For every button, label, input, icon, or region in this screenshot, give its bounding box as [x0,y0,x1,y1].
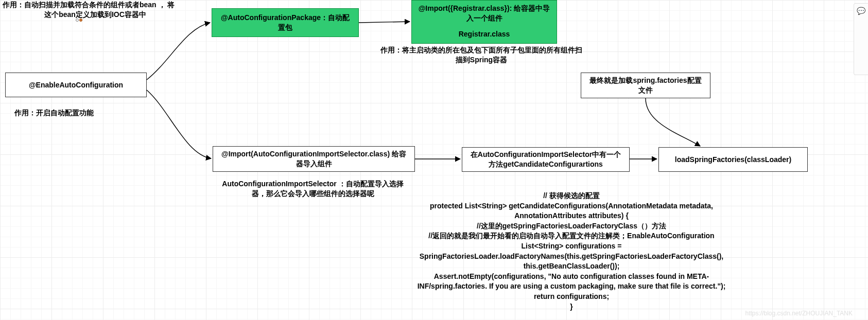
node-reg[interactable]: @Import({Registrar.class}): 给容器中导入一个组件 R… [411,0,557,44]
watermark: https://blog.csdn.net/ZHOUJIAN_TANK [745,310,853,317]
node-enable-label: @EnableAutoConfiguration [29,80,123,90]
code-l1: // 获得候选的配置 [396,191,747,201]
node-enable[interactable]: @EnableAutoConfiguration [5,73,147,97]
node-cand-label: 在AutoConfigurationImportSelector中有一个方法ge… [467,150,624,169]
node-load[interactable]: loadSpringFactories(classLoader) [658,147,808,172]
code-l7: SpringFactoriesLoader.loadFactoryNames(t… [396,252,747,262]
node-reg-line1: @Import({Registrar.class}): 给容器中导入一个组件 [417,4,551,23]
node-load-label: loadSpringFactories(classLoader) [675,155,791,165]
node-imp-caption: AutoConfigurationImportSelector ：自动配置导入选… [216,179,409,199]
code-l2: protected List<String> getCandidateConfi… [396,201,747,211]
code-l10: INF/spring.factories. If you are using a… [396,281,747,292]
code-block: // 获得候选的配置 protected List<String> getCan… [396,191,747,312]
code-l9: Assert.notEmpty(configurations, "No auto… [396,272,747,282]
top-note: 作用：自动扫描并加载符合条件的组件或者bean ， 将 这个bean定义加载到I… [3,0,188,20]
code-l11: return configurations; [396,292,747,302]
node-load-caption-box: 最终就是加载spring.factories配置文件 [581,73,710,98]
node-pkg-label: @AutoConfigurationPackage：自动配置包 [217,13,353,32]
node-pkg[interactable]: @AutoConfigurationPackage：自动配置包 [212,8,359,37]
dot-orange [79,19,82,22]
node-load-caption: 最终就是加载spring.factories配置文件 [586,76,705,95]
code-l6: List<String> configurations = [396,241,747,252]
node-enable-caption: 作用：开启自动配置功能 [14,108,138,118]
node-imp[interactable]: @Import(AutoConfigurationImportSelector.… [213,146,415,172]
top-note-line1: 作用：自动扫描并加载符合条件的组件或者bean ， 将 [3,0,188,10]
code-l5: //返回的就是我们最开始看的启动自动导入配置文件的注解类；EnableAutoC… [396,231,747,241]
node-imp-label: @Import(AutoConfigurationImportSelector.… [218,149,409,169]
code-l12: } [396,302,747,312]
code-l3: AnnotationAttributes attributes) { [396,211,747,221]
code-l8: this.getBeanClassLoader()); [396,261,747,272]
chat-icon[interactable]: 💬 [857,7,865,15]
dot-hollow [76,19,79,22]
spacer [417,23,551,29]
node-reg-caption: 作用：将主启动类的所在包及包下面所有子包里面的所有组件扫描到Spring容器 [378,45,584,65]
top-note-line2: 这个bean定义加载到IOC容器中 [3,10,188,20]
node-cand[interactable]: 在AutoConfigurationImportSelector中有一个方法ge… [462,147,630,172]
node-reg-line3: Registrar.class [417,29,551,39]
code-l4: //这里的getSpringFactoriesLoaderFactoryClas… [396,221,747,232]
side-panel: 💬 [854,3,868,75]
